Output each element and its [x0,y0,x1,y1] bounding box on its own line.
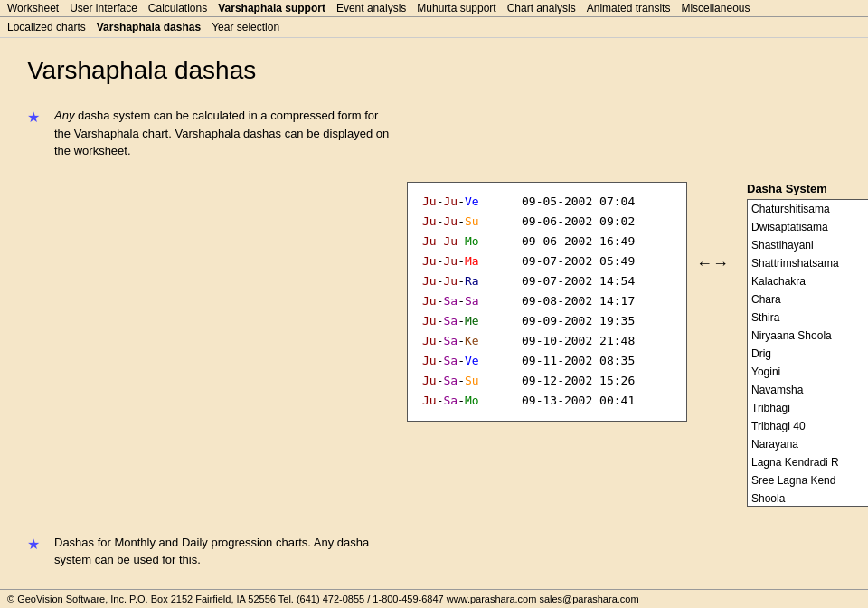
footer-text: © GeoVision Software, Inc. P.O. Box 2152… [7,594,639,604]
menu-chart-analysis[interactable]: Chart analysis [507,2,576,14]
dasha-date-10: 09-13-2002 00:41 [522,391,635,411]
menu-calculations[interactable]: Calculations [148,2,207,14]
dasha-label-1: Ju-Ju-Su [422,212,504,232]
info-section-2: ★ Dashas for Monthly and Daily progressi… [27,534,841,569]
dasha-date-3: 09-07-2002 05:49 [522,252,635,271]
dasha-label-7: Ju-Sa-Ke [422,331,504,351]
breadcrumb-year-selection[interactable]: Year selection [212,21,279,33]
dasha-date-7: 09-10-2002 21:48 [522,331,635,351]
table-row: Ju-Ju-Ma 09-07-2002 05:49 [422,252,672,271]
list-item[interactable]: Chara [748,290,868,309]
breadcrumb-varshaphala-dashas[interactable]: Varshaphala dashas [97,21,201,33]
list-item[interactable]: Niryaana Shoola [748,327,868,345]
table-row: Ju-Sa-Me 09-09-2002 19:35 [422,311,672,331]
arrow-container: ←→ [696,254,729,273]
dasha-label-0: Ju-Ju-Ve [422,192,504,212]
table-row: Ju-Sa-Su 09-12-2002 15:26 [422,371,672,391]
dasha-label-4: Ju-Ju-Ra [422,271,504,291]
middle-section: Ju-Ju-Ve 09-05-2002 07:04 Ju-Ju-Su 09-06… [27,182,841,507]
star-icon-2: ★ [27,536,40,553]
table-row: Ju-Ju-Ve 09-05-2002 07:04 [422,192,672,212]
menu-worksheet[interactable]: Worksheet [7,2,59,14]
info-text-1-italic: Any [54,109,74,122]
table-row: Ju-Sa-Mo 09-13-2002 00:41 [422,391,672,411]
dasha-table: Ju-Ju-Ve 09-05-2002 07:04 Ju-Ju-Su 09-06… [407,182,687,422]
dasha-label-3: Ju-Ju-Ma [422,252,504,271]
table-row: Ju-Sa-Ke 09-10-2002 21:48 [422,331,672,351]
dasha-date-2: 09-06-2002 16:49 [522,232,635,252]
dasha-system-list[interactable]: Chaturshitisama Dwisaptatisama Shastihay… [747,199,868,507]
dasha-label-8: Ju-Sa-Ve [422,351,504,371]
info-section-1: ★ Any dasha system can be calculated in … [27,107,841,160]
dasha-date-5: 09-08-2002 14:17 [522,291,635,311]
table-row: Ju-Ju-Su 09-06-2002 09:02 [422,212,672,232]
menu-animated-transits[interactable]: Animated transits [587,2,671,14]
list-item[interactable]: Shastihayani [748,236,868,254]
dasha-system-panel: Dasha System Chaturshitisama Dwisaptatis… [747,182,868,507]
info-text-1: Any dasha system can be calculated in a … [54,107,398,160]
arrow-icon: ←→ [696,254,729,273]
list-item[interactable]: Sthira [748,309,868,327]
info-text-2: Dashas for Monthly and Daily progression… [54,534,398,569]
list-item[interactable]: Drig [748,345,868,363]
list-item[interactable]: Tribhagi 40 [748,417,868,435]
list-item[interactable]: Shattrimshatsama [748,254,868,272]
menu-event-analysis[interactable]: Event analysis [336,2,406,14]
info-text-1-rest: dasha system can be calculated in a comp… [54,109,389,157]
list-item[interactable]: Shoola [748,489,868,507]
menu-varshaphala-support[interactable]: Varshaphala support [218,2,326,14]
list-item[interactable]: Dwisaptatisama [748,218,868,236]
menu-user-interface[interactable]: User interface [70,2,137,14]
list-item[interactable]: Narayana [748,435,868,453]
list-item[interactable]: Lagna Kendradi R [748,453,868,471]
list-item[interactable]: Navamsha [748,381,868,399]
dasha-date-4: 09-07-2002 14:54 [522,271,635,291]
footer: © GeoVision Software, Inc. P.O. Box 2152… [0,589,868,608]
dasha-label-10: Ju-Sa-Mo [422,391,504,411]
dasha-label-5: Ju-Sa-Sa [422,291,504,311]
star-icon-1: ★ [27,109,40,126]
dasha-date-6: 09-09-2002 19:35 [522,311,635,331]
dasha-system-title: Dasha System [747,182,868,195]
list-item[interactable]: Chaturshitisama [748,200,868,218]
menu-miscellaneous[interactable]: Miscellaneous [681,2,750,14]
dasha-label-9: Ju-Sa-Su [422,371,504,391]
breadcrumb-localized-charts[interactable]: Localized charts [7,21,86,33]
list-item[interactable]: Tribhagi [748,399,868,417]
breadcrumb: Localized charts Varshaphala dashas Year… [0,17,868,38]
list-item[interactable]: Sree Lagna Kend [748,471,868,489]
menu-muhurta-support[interactable]: Muhurta support [417,2,495,14]
table-row: Ju-Sa-Ve 09-11-2002 08:35 [422,351,672,371]
main-content: Varshaphala dashas ★ Any dasha system ca… [0,38,868,587]
list-item[interactable]: Yogini [748,363,868,381]
dasha-date-1: 09-06-2002 09:02 [522,212,635,232]
page-title: Varshaphala dashas [27,56,841,85]
menubar: Worksheet User interface Calculations Va… [0,0,868,17]
table-row: Ju-Sa-Sa 09-08-2002 14:17 [422,291,672,311]
dasha-date-0: 09-05-2002 07:04 [522,192,635,212]
list-item[interactable]: Kalachakra [748,272,868,290]
table-row: Ju-Ju-Ra 09-07-2002 14:54 [422,271,672,291]
table-row: Ju-Ju-Mo 09-06-2002 16:49 [422,232,672,252]
dasha-label-6: Ju-Sa-Me [422,311,504,331]
dasha-label-2: Ju-Ju-Mo [422,232,504,252]
dasha-date-8: 09-11-2002 08:35 [522,351,635,371]
dasha-date-9: 09-12-2002 15:26 [522,371,635,391]
